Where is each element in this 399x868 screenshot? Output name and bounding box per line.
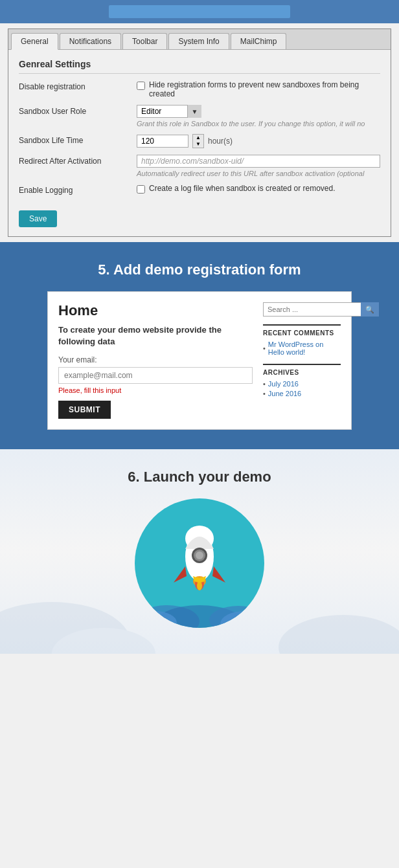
section-title: Genreal Settings: [19, 59, 380, 74]
select-user-role[interactable]: Editor Author Subscriber Contributor: [137, 105, 201, 118]
demo-archives-section: ARCHIVES • July 2016 • June 2016: [263, 364, 341, 397]
section-6: 6. Launch your demo: [0, 449, 399, 654]
demo-search: 🔍: [263, 302, 341, 317]
spin-down-button[interactable]: ▼: [193, 141, 203, 148]
control-enable-logging: Create a log file when sandbox is create…: [137, 184, 380, 194]
tabs-container: General Notifications Toolbar System Inf…: [8, 29, 391, 50]
control-redirect-after-activation: Automatically redirect user to this URL …: [137, 155, 380, 177]
spin-buttons: ▲ ▼: [192, 134, 204, 148]
hint-sandbox-user-role: Grant this role in Sandbox to the user. …: [137, 120, 380, 128]
label-disable-registration: Disable registration: [19, 80, 129, 91]
select-wrapper-role: Editor Author Subscriber Contributor ▼: [137, 105, 201, 118]
tab-system-info[interactable]: System Info: [168, 33, 229, 49]
hint-redirect-after-activation: Automatically redirect user to this URL …: [137, 170, 380, 177]
unit-label: hour(s): [208, 137, 233, 146]
number-input-wrapper: ▲ ▼ hour(s): [137, 134, 380, 148]
section-5: 5. Add demo registration form Home To cr…: [0, 242, 399, 449]
row-redirect-after-activation: Redirect After Activation Automatically …: [19, 155, 380, 177]
demo-email-error: Please, fill this input: [58, 386, 253, 394]
top-bar: [0, 0, 399, 23]
save-button[interactable]: Save: [19, 210, 57, 227]
demo-archive-july[interactable]: • July 2016: [263, 380, 341, 388]
demo-recent-comment-item[interactable]: • Mr WordPress on Hello world!: [263, 340, 341, 356]
row-sandbox-user-role: Sandbox User Role Editor Author Subscrib…: [19, 105, 380, 128]
row-enable-logging: Enable Logging Create a log file when sa…: [19, 184, 380, 195]
demo-mockup: Home To create your demo website provide…: [47, 291, 352, 430]
input-redirect-url[interactable]: [137, 155, 380, 168]
hint-disable-registration: Hide registration forms to prevent new s…: [149, 80, 380, 98]
label-sandbox-life-time: Sandbox Life Time: [19, 134, 129, 145]
tab-notifications[interactable]: Notifications: [60, 33, 121, 49]
row-disable-registration: Disable registration Hide registration f…: [19, 80, 380, 98]
hint-enable-logging: Create a log file when sandbox is create…: [149, 184, 336, 193]
label-enable-logging: Enable Logging: [19, 184, 129, 195]
demo-recent-comments-heading: RECENT COMMENTS: [263, 329, 341, 337]
comment-text: Mr WordPress on Hello world!: [268, 340, 341, 356]
archive-july-label: July 2016: [268, 380, 299, 388]
control-sandbox-life-time: ▲ ▼ hour(s): [137, 134, 380, 148]
rocket-illustration: [135, 498, 264, 628]
label-sandbox-user-role: Sandbox User Role: [19, 105, 129, 116]
demo-recent-comments-section: RECENT COMMENTS • Mr WordPress on Hello …: [263, 324, 341, 356]
demo-main-content: Home To create your demo website provide…: [58, 302, 253, 419]
row-sandbox-life-time: Sandbox Life Time ▲ ▼ hour(s): [19, 134, 380, 148]
demo-sidebar: 🔍 RECENT COMMENTS • Mr WordPress on Hell…: [263, 302, 341, 419]
section-5-title: 5. Add demo registration form: [13, 262, 386, 278]
settings-panel: General Notifications Toolbar System Inf…: [8, 28, 391, 237]
rocket-cloud-svg: [135, 589, 264, 628]
bullet-icon: •: [263, 344, 266, 352]
checkbox-enable-logging[interactable]: [137, 185, 145, 194]
demo-archives-heading: ARCHIVES: [263, 369, 341, 376]
demo-search-button[interactable]: 🔍: [361, 302, 379, 317]
demo-archive-june[interactable]: • June 2016: [263, 390, 341, 397]
tab-mailchimp[interactable]: MailChimp: [231, 33, 287, 49]
demo-email-label: Your email:: [58, 355, 253, 364]
tab-general[interactable]: General: [11, 33, 58, 50]
control-disable-registration: Hide registration forms to prevent new s…: [137, 80, 380, 98]
archive-june-label: June 2016: [268, 390, 301, 397]
control-sandbox-user-role: Editor Author Subscriber Contributor ▼ G…: [137, 105, 380, 128]
demo-email-input[interactable]: [58, 367, 253, 384]
checkbox-disable-registration[interactable]: [137, 82, 145, 90]
bullet-icon-3: •: [263, 390, 266, 397]
input-life-time[interactable]: [137, 135, 188, 148]
demo-search-input[interactable]: [263, 302, 361, 317]
demo-submit-button[interactable]: SUBMIT: [58, 401, 111, 419]
svg-point-1: [279, 615, 399, 654]
demo-home-title: Home: [58, 302, 253, 319]
top-bar-inner: [109, 5, 290, 18]
label-redirect-after-activation: Redirect After Activation: [19, 155, 129, 166]
svg-point-12: [196, 551, 203, 559]
demo-description: To create your demo website provide the …: [58, 324, 253, 348]
bullet-icon-2: •: [263, 380, 266, 388]
spin-up-button[interactable]: ▲: [193, 135, 203, 141]
tab-toolbar[interactable]: Toolbar: [122, 33, 167, 49]
section-6-title: 6. Launch your demo: [13, 469, 386, 485]
